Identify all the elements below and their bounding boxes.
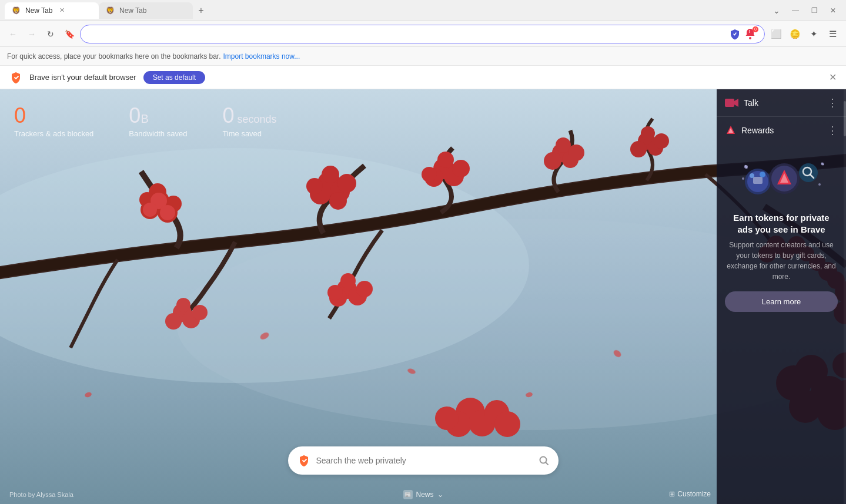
svg-rect-76 [725,99,734,107]
tab-strip: 🦁 New Tab ✕ 🦁 New Tab + [5,2,768,19]
tab-active[interactable]: 🦁 New Tab ✕ [5,2,99,19]
svg-point-88 [742,177,744,180]
rewards-header-left: Rewards [725,125,774,136]
news-icon: 📰 [403,490,412,499]
trackers-count: 0 [14,103,26,128]
scroll-indicator [844,89,846,504]
maximize-button[interactable]: ❐ [806,2,822,19]
wallet-button[interactable]: 🪙 [786,25,804,43]
nav-right-icons: ⬜ 🪙 ✦ ☰ [767,25,841,43]
address-input[interactable] [88,29,724,38]
right-panel: Talk ⋮ Rewards ⋮ [717,89,846,504]
news-chevron-icon: ⌄ [437,490,443,499]
svg-point-38 [165,313,182,330]
svg-point-26 [422,167,437,182]
time-stat: 0 seconds Time saved [222,103,276,138]
svg-point-31 [568,145,584,161]
rewards-label: Rewards [741,126,774,135]
svg-point-47 [327,285,343,300]
rewards-header: Rewards ⋮ [725,124,838,137]
customize-label: Customize [677,490,711,498]
address-bar-icons: ! 0 [729,28,757,41]
svg-point-13 [160,205,175,220]
refresh-button[interactable]: ↻ [42,26,59,42]
rewards-icon [725,125,737,136]
set-default-button[interactable]: Set as default [143,71,205,84]
svg-rect-79 [753,177,763,184]
sidebar-toggle-button[interactable]: ⬜ [767,25,785,43]
photo-credit: Photo by Alyssa Skala [9,491,73,498]
svg-point-46 [356,281,373,297]
svg-point-70 [435,406,459,430]
svg-point-17 [322,166,339,183]
bandwidth-label: Bandwidth saved [129,129,187,138]
svg-point-41 [192,305,208,320]
forward-button[interactable]: → [24,26,40,42]
stats-overlay: 0 Trackers & ads blocked 0B Bandwidth sa… [14,103,276,138]
news-bar[interactable]: 📰 News ⌄ [403,490,443,499]
learn-more-button[interactable]: Learn more [725,291,838,312]
rewards-menu-button[interactable]: ⋮ [827,124,838,137]
trackers-label: Trackers & ads blocked [14,129,93,138]
import-bookmarks-link[interactable]: Import bookmarks now... [223,52,300,61]
search-brave-icon [297,454,310,467]
svg-text:!: ! [749,29,750,33]
customize-button[interactable]: ⊞ Customize [669,490,711,498]
tab-label-inactive: New Tab [119,6,146,15]
svg-point-35 [641,126,655,140]
tab-close-active[interactable]: ✕ [57,6,66,15]
brave-logo-notification [9,71,22,84]
scroll-thumb [844,101,846,136]
talk-widget: Talk ⋮ [717,89,846,117]
minimize-button[interactable]: — [787,2,804,19]
tab-favicon-2: 🦁 [106,6,115,15]
bookmark-button[interactable]: 🔖 [61,26,78,42]
rewards-title: Earn tokens for private ads you see in B… [725,212,838,235]
talk-menu-button[interactable]: ⋮ [827,96,838,109]
svg-line-94 [546,462,548,465]
close-button[interactable]: ✕ [825,2,841,19]
news-label: News [416,490,433,499]
svg-point-12 [143,203,157,217]
bandwidth-count: 0B [129,103,148,128]
svg-point-20 [329,192,347,210]
bookmarks-bar: For quick access, place your bookmarks h… [0,47,846,66]
svg-point-0 [749,37,751,39]
leo-button[interactable]: ✦ [805,25,822,43]
time-count: 0 seconds [222,103,276,128]
search-input[interactable] [316,456,533,465]
tab-inactive[interactable]: 🦁 New Tab [99,2,193,19]
back-button[interactable]: ← [5,26,21,42]
bottom-search [288,446,559,475]
svg-point-25 [452,160,470,177]
tab-favicon: 🦁 [12,6,21,15]
rewards-illustration [725,146,838,205]
bandwidth-stat: 0B Bandwidth saved [129,103,187,138]
svg-point-84 [799,163,818,182]
notification-icon[interactable]: ! 0 [744,28,757,41]
svg-point-90 [818,183,821,186]
rewards-description: Support content creators and use your to… [725,240,838,282]
notification-close-button[interactable]: ✕ [829,72,837,83]
search-bar [288,446,559,475]
tab-list-button[interactable]: ⌄ [768,2,785,19]
talk-label: Talk [744,98,758,107]
svg-point-36 [654,133,669,149]
svg-point-80 [760,172,765,177]
title-bar: 🦁 New Tab ✕ 🦁 New Tab + ⌄ — ❐ ✕ [0,0,846,21]
new-tab-button[interactable]: + [193,2,209,19]
address-bar: ! 0 [80,25,765,43]
svg-point-19 [306,178,323,194]
nav-bar: ← → ↻ 🔖 ! 0 ⬜ 🪙 ✦ ☰ [0,21,846,47]
notification-text: Brave isn't your default browser [29,73,136,82]
menu-button[interactable]: ☰ [824,25,841,43]
time-label: Time saved [222,129,262,138]
brave-shield-icon[interactable] [729,28,741,40]
svg-point-33 [630,141,647,157]
rewards-widget: Rewards ⋮ [717,117,846,504]
talk-video-icon [725,98,739,108]
customize-icon: ⊞ [669,490,675,498]
tab-right-controls: ⌄ — ❐ ✕ [768,2,841,19]
notification-bar: Brave isn't your default browser Set as … [0,66,846,89]
search-icon[interactable] [539,455,549,466]
